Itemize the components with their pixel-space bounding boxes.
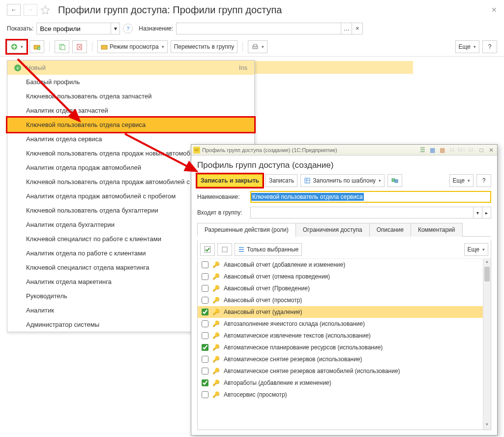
key-icon: 🔑 [212,297,220,304]
calendar2-icon[interactable]: ▦ [438,146,446,154]
row-highlight-bar [255,61,413,74]
calc-icon[interactable]: ☰ [418,146,426,154]
group-input[interactable]: ▾ ▸ [250,207,491,218]
role-row[interactable]: 🔑Авансовый отчет (удаление) [198,306,483,318]
check-all-button[interactable] [200,243,215,256]
role-row[interactable]: 🔑Авансовый отчет (Проведение) [198,282,483,294]
role-label: Автосервис (просмотр) [224,391,287,398]
role-checkbox[interactable] [202,356,208,363]
calendar1-icon[interactable]: ▦ [428,146,436,154]
role-label: Автоматическое планирование ресурсов (ис… [224,344,383,351]
favorite-star-icon[interactable] [40,5,50,15]
menu-item-new[interactable]: +НовыйIns [7,61,254,75]
role-row[interactable]: 🔑Автоматическое планирование ресурсов (и… [198,342,483,353]
tab[interactable]: Ограничения доступа [296,223,370,237]
key-icon: 🔑 [212,285,220,292]
assignment-clear-icon[interactable]: × [352,23,362,34]
dialog-titlebar[interactable]: 1C Профиль групп доступа (создание) (1С:… [191,145,497,156]
role-checkbox[interactable] [202,297,208,304]
copy-button[interactable] [55,40,69,53]
assignment-label: Назначение: [139,25,173,32]
help-icon[interactable]: ? [123,24,133,33]
forward-button[interactable]: → [24,4,37,16]
scrollbar[interactable]: ▴ ▾ [483,259,491,430]
role-checkbox[interactable] [202,309,208,315]
role-label: Автозаполнение ячеистого склада (использ… [224,320,365,327]
view-mode-button[interactable]: Режим просмотра ▾ [97,40,168,53]
role-row[interactable]: 🔑Авансовый отчет (просмотр) [198,294,483,306]
dialog-close-icon[interactable]: ✕ [487,146,495,154]
role-row[interactable]: 🔑Авансовый отчет (добавление и изменение… [198,259,483,271]
save-and-close-button[interactable]: Записать и закрыть [197,174,263,187]
name-label: Наименование: [197,193,246,200]
print-button[interactable]: ▾ [248,40,267,53]
show-filter-input[interactable] [37,23,111,34]
role-row[interactable]: 🔑Автозаполнение ячеистого склада (исполь… [198,318,483,330]
role-checkbox[interactable] [202,379,208,386]
show-filter-select[interactable]: ▾ [36,23,120,34]
delete-button[interactable] [72,40,87,53]
dialog-maximize-icon[interactable]: □ [477,146,485,154]
printer-icon [252,43,259,50]
roles-panel: Только выбранные Еще▾ 🔑Авансовый отчет (… [197,241,491,430]
link-button[interactable] [387,174,402,187]
copy-icon [59,43,65,50]
role-checkbox[interactable] [202,285,208,292]
tab[interactable]: Комментарий [411,223,463,237]
name-input[interactable]: Ключевой пользователь отдела сервиса [250,191,491,203]
save-button[interactable]: Записать [266,174,297,187]
role-label: Автоработы (добавление и изменение) [224,379,331,386]
uncheck-all-button[interactable] [217,243,232,256]
roles-more-button[interactable]: Еще▾ [464,243,488,256]
key-icon: 🔑 [212,356,220,363]
create-button[interactable]: ▾ [7,40,27,53]
svg-rect-4 [61,45,65,50]
role-checkbox[interactable] [202,332,208,339]
menu-item[interactable]: Аналитик отдела запчастей [7,103,254,118]
assignment-field[interactable]: … × [176,23,363,34]
menu-item[interactable]: Ключевой пользователь отдела сервиса [7,118,254,132]
role-checkbox[interactable] [202,344,208,351]
tab[interactable]: Описание [369,223,411,237]
role-row[interactable]: 🔑Автоматическое снятие резервов автомоби… [198,365,483,377]
create-folder-button[interactable] [30,40,44,53]
role-label: Автоматическое снятие резервов (использо… [224,356,362,363]
role-checkbox[interactable] [202,368,208,375]
list-icon [238,246,245,253]
key-icon: 🔑 [212,344,220,351]
role-row[interactable]: 🔑Автоматическое снятие резервов (использ… [198,353,483,365]
move-to-group-button[interactable]: Переместить в группу [171,40,237,53]
dialog-help-button[interactable]: ? [476,174,491,187]
group-dropdown-icon[interactable]: ▾ [473,207,482,218]
close-page-icon[interactable]: ✕ [491,6,497,14]
group-open-icon[interactable]: ▸ [482,207,491,218]
menu-item[interactable]: Ключевой пользователь отдела запчастей [7,89,254,103]
more-button[interactable]: Еще ▾ [455,40,479,53]
role-row[interactable]: 🔑Авансовый отчет (отмена проведения) [198,271,483,282]
dialog-more-button[interactable]: Еще▾ [449,174,474,187]
back-button[interactable]: ← [7,4,21,16]
assignment-input[interactable] [177,23,341,34]
group-text-input[interactable] [251,207,473,218]
role-checkbox[interactable] [202,391,208,398]
roles-list[interactable]: 🔑Авансовый отчет (добавление и изменение… [198,259,483,430]
assignment-ellipsis-icon[interactable]: … [341,23,352,34]
role-checkbox[interactable] [202,320,208,327]
role-row[interactable]: 🔑Автосервис (просмотр) [198,389,483,401]
role-checkbox[interactable] [202,273,208,280]
key-icon: 🔑 [212,332,220,339]
key-icon: 🔑 [212,309,220,315]
tab[interactable]: Разрешенные действия (роли) [197,223,296,237]
role-row[interactable]: 🔑Автоработы (добавление и изменение) [198,377,483,389]
role-checkbox[interactable] [202,261,208,268]
toolbar-help-button[interactable]: ? [482,40,497,53]
svg-rect-14 [205,247,210,252]
fill-template-button[interactable]: Заполнить по шаблону ▾ [300,174,385,187]
roles-toolbar: Только выбранные Еще▾ [198,241,491,259]
menu-item[interactable]: Базовый профиль [7,75,254,89]
show-filter-dropdown-icon[interactable]: ▾ [111,23,119,34]
check-green-icon [204,246,211,253]
only-selected-button[interactable]: Только выбранные [235,243,302,256]
main-toolbar: ▾ Режим просмотра ▾ Переместить в группу… [0,37,504,57]
role-row[interactable]: 🔑Автоматическое извлечение текстов (испо… [198,330,483,342]
